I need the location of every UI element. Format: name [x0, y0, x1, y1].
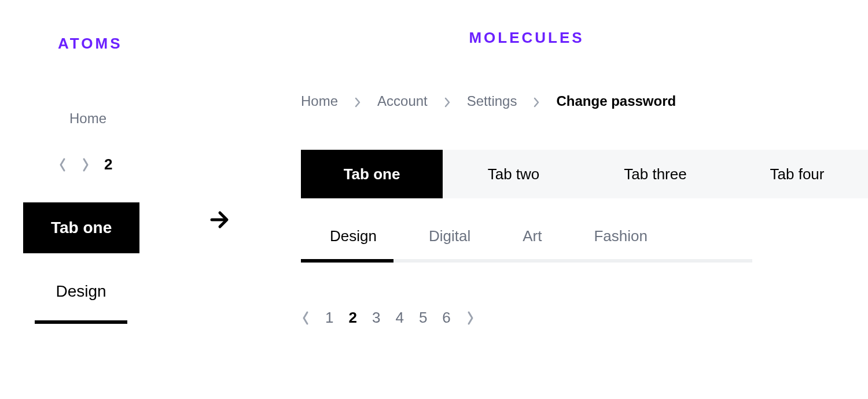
atoms-heading: ATOMS [58, 35, 122, 53]
atom-underline-tab-label: Design [52, 282, 109, 320]
molecules-heading: MOLECULES [469, 29, 584, 47]
atoms-column: ATOMS Home 2 Tab one Design [0, 0, 185, 399]
arrow-right-icon [208, 208, 231, 231]
page-5[interactable]: 5 [419, 309, 427, 327]
chevron-right-icon [444, 95, 451, 107]
pagination: 1 2 3 4 5 6 [301, 309, 475, 327]
atom-tab-pill[interactable]: Tab one [23, 202, 139, 253]
breadcrumb-item[interactable]: Settings [467, 93, 517, 109]
underline-tab-design[interactable]: Design [330, 227, 377, 245]
page-2[interactable]: 2 [348, 309, 356, 327]
breadcrumb: Home Account Settings Change password [301, 93, 676, 109]
underline-indicator [301, 259, 393, 263]
combine-arrow-column [185, 0, 255, 399]
chevron-right-icon [354, 95, 361, 107]
tab-three[interactable]: Tab three [584, 150, 726, 198]
chevron-right-icon [533, 95, 540, 107]
page-4[interactable]: 4 [395, 309, 403, 327]
breadcrumb-item[interactable]: Home [301, 93, 338, 109]
underline-tab-fashion[interactable]: Fashion [594, 227, 648, 245]
underline-track [301, 259, 752, 263]
underline-tabs: Design Digital Art Fashion [301, 227, 752, 263]
breadcrumb-current: Change password [556, 93, 676, 109]
underline-tab-art[interactable]: Art [523, 227, 542, 245]
atom-underline-tab[interactable]: Design [35, 282, 127, 324]
tab-four[interactable]: Tab four [726, 150, 868, 198]
chevron-right-icon[interactable] [466, 310, 475, 326]
tab-two[interactable]: Tab two [443, 150, 584, 198]
atom-breadcrumb-item[interactable]: Home [69, 110, 106, 127]
pill-tabs: Tab one Tab two Tab three Tab four [301, 150, 868, 198]
tab-one[interactable]: Tab one [301, 150, 443, 198]
chevron-left-icon[interactable] [301, 310, 310, 326]
chevron-left-icon[interactable] [58, 157, 67, 173]
atom-pagination-current[interactable]: 2 [104, 156, 112, 173]
atom-pagination: 2 [58, 156, 112, 173]
underline-tab-digital[interactable]: Digital [429, 227, 470, 245]
page-3[interactable]: 3 [372, 309, 380, 327]
molecules-column: MOLECULES Home Account Settings Change p… [255, 0, 868, 399]
page-6[interactable]: 6 [442, 309, 450, 327]
page-1[interactable]: 1 [325, 309, 333, 327]
atom-underline-indicator [35, 320, 127, 324]
breadcrumb-item[interactable]: Account [377, 93, 428, 109]
chevron-right-icon[interactable] [81, 157, 90, 173]
